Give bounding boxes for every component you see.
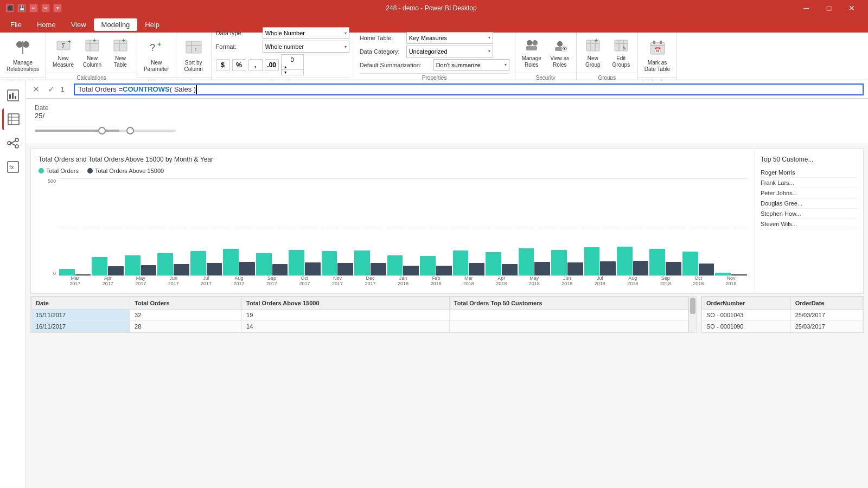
- security-group-top: Manage Roles 👁 View as Roles: [515, 33, 576, 73]
- x-label: May2017: [125, 276, 156, 287]
- ribbon: Manage Relationships Relationships Σ + N…: [0, 33, 868, 80]
- formula-static-part: Total Orders =: [78, 85, 123, 93]
- data-category-dropdown[interactable]: Uncategorized ▾: [406, 46, 493, 57]
- format-controls-row: $ % , .00 ▲ ▼: [216, 54, 349, 75]
- x-label: Jun2017: [157, 276, 189, 287]
- sort-by-column-button[interactable]: ↕ Sort by Column: [180, 35, 208, 75]
- formula-cancel-button[interactable]: ✕: [30, 84, 41, 94]
- slider-fill: [35, 130, 119, 132]
- legend-above-15000: Total Orders Above 15000: [87, 168, 164, 174]
- manage-roles-button[interactable]: Manage Roles: [519, 35, 545, 70]
- manage-relationships-icon: [12, 37, 34, 59]
- what-if-group-top: ? + New Parameter: [137, 33, 176, 77]
- formula-confirm-button[interactable]: ✓: [46, 84, 56, 94]
- x-label: Dec2017: [354, 276, 386, 287]
- x-label: Mar2017: [59, 276, 91, 287]
- edit-groups-button[interactable]: ✎ Edit Groups: [608, 35, 634, 70]
- default-summarization-dropdown[interactable]: Don't summarize ▾: [433, 59, 509, 71]
- table-scrollbar[interactable]: [688, 297, 696, 332]
- x-label: Jun2018: [551, 276, 583, 287]
- percent-button[interactable]: %: [232, 59, 246, 71]
- right-data-table: OrderNumber OrderDate SO - 000104325/03/…: [701, 297, 863, 332]
- data-type-dropdown[interactable]: Whole Number ▾: [263, 27, 349, 39]
- formula-cursor: [196, 85, 197, 94]
- right-col-order-number: OrderNumber: [702, 297, 791, 310]
- left-table-body: 15/11/2017321916/11/20172814: [31, 310, 696, 332]
- svg-rect-40: [660, 41, 662, 44]
- new-group-icon: +: [584, 37, 602, 54]
- save-icon[interactable]: 💾: [17, 4, 26, 12]
- decimal-up-arrow[interactable]: ▲: [282, 65, 303, 70]
- legend-total-orders-dot: [39, 168, 44, 174]
- col-total-orders: Total Orders: [130, 297, 242, 310]
- new-parameter-icon: ? +: [145, 37, 167, 59]
- data-category-label: Data Category:: [360, 48, 403, 55]
- sidebar-icon-dax[interactable]: fx: [2, 156, 24, 178]
- new-table-button[interactable]: + New Table: [107, 35, 133, 70]
- chart-area: 500 0 Mar2017Apr2017May2017Jun2017Jul201…: [39, 178, 747, 287]
- mark-as-date-label: Mark as Date Table: [644, 60, 671, 73]
- decimal-down-arrow[interactable]: ▼: [282, 70, 303, 75]
- svg-point-21: [532, 40, 538, 46]
- edit-groups-label: Edit Groups: [612, 55, 630, 68]
- legend-total-orders-label: Total Orders: [46, 168, 79, 174]
- default-summarization-value: Don't summarize: [436, 62, 481, 68]
- manage-roles-icon: [523, 37, 540, 54]
- new-column-button[interactable]: + New Column: [79, 35, 105, 70]
- title-bar: ⬛ 💾 ↩ ↪ ▾ 248 - demo - Power BI Desktop …: [0, 0, 868, 16]
- data-type-label: Data type:: [216, 30, 259, 36]
- svg-rect-39: [653, 41, 655, 44]
- table-cell: [449, 321, 695, 332]
- currency-button[interactable]: $: [216, 59, 230, 71]
- home-table-row: Home Table: Key Measures ▾: [360, 32, 509, 44]
- menu-view[interactable]: View: [63, 18, 94, 31]
- format-row: Format: Whole number ▾: [216, 41, 349, 53]
- format-dropdown[interactable]: Whole number ▾: [263, 41, 349, 53]
- close-button[interactable]: ✕: [841, 0, 863, 16]
- maximize-button[interactable]: □: [818, 0, 840, 16]
- slider-right-thumb[interactable]: [126, 127, 134, 134]
- sidebar-icon-report[interactable]: [2, 85, 24, 106]
- menu-modeling[interactable]: Modeling: [94, 18, 138, 31]
- svg-text:?: ?: [150, 42, 155, 53]
- formula-paren-part: ( Sales ): [170, 85, 196, 93]
- gridlines: [59, 178, 747, 276]
- menu-home[interactable]: Home: [29, 18, 63, 31]
- customer-item: Peter Johns...: [761, 188, 858, 198]
- home-table-dropdown[interactable]: Key Measures ▾: [406, 32, 493, 44]
- col-date: Date: [31, 297, 130, 310]
- manage-relationships-button[interactable]: Manage Relationships: [3, 35, 42, 75]
- title-bar-icons: ⬛ 💾 ↩ ↪ ▾: [5, 4, 62, 12]
- comma-button[interactable]: ,: [248, 59, 263, 71]
- sidebar-icon-data[interactable]: [2, 108, 24, 130]
- manage-relationships-label: Manage Relationships: [7, 60, 39, 73]
- menu-file[interactable]: File: [3, 18, 29, 31]
- menu-help[interactable]: Help: [137, 18, 167, 31]
- ribbon-home-table-panel: Home Table: Key Measures ▾ Data Category…: [354, 33, 515, 80]
- decimal-input[interactable]: [282, 55, 303, 65]
- sidebar: fx: [0, 80, 26, 488]
- customer-item: Roger Morris: [761, 168, 858, 178]
- scroll-thumb[interactable]: [690, 298, 695, 314]
- mark-as-date-button[interactable]: 📅 Mark as Date Table: [641, 35, 674, 75]
- dropdown-icon[interactable]: ▾: [53, 4, 62, 12]
- new-parameter-button[interactable]: ? + New Parameter: [141, 35, 173, 75]
- x-label: Mar2018: [453, 276, 484, 287]
- data-category-arrow: ▾: [488, 49, 490, 54]
- view-as-roles-button[interactable]: 👁 View as Roles: [547, 35, 573, 70]
- new-measure-button[interactable]: Σ + New Measure: [49, 35, 77, 70]
- window-controls: ─ □ ✕: [795, 0, 863, 16]
- redo-icon[interactable]: ↪: [41, 4, 50, 12]
- increase-decimal-button[interactable]: .00: [265, 59, 279, 71]
- undo-icon[interactable]: ↩: [29, 4, 38, 12]
- slider-left-thumb[interactable]: [98, 127, 106, 134]
- sidebar-icon-model[interactable]: [2, 132, 24, 154]
- minimize-button[interactable]: ─: [795, 0, 817, 16]
- table-cell: 28: [130, 321, 242, 332]
- default-summarization-row: Default Summarization: Don't summarize ▾: [360, 59, 509, 71]
- default-summarization-arrow: ▾: [505, 62, 507, 67]
- formula-input-box[interactable]: Total Orders = COUNTROWS ( Sales ): [74, 84, 864, 95]
- new-group-button[interactable]: + New Group: [580, 35, 606, 70]
- left-table-panel: Date Total Orders Total Orders Above 150…: [30, 296, 697, 333]
- table-cell: 14: [242, 321, 450, 332]
